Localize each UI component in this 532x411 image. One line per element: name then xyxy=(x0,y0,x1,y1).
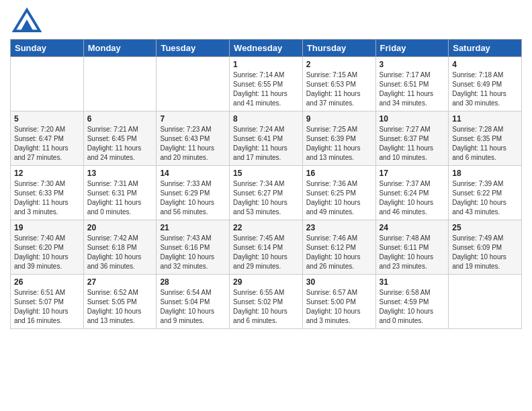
day-number: 21 xyxy=(160,223,226,232)
day-info: Sunrise: 7:43 AM Sunset: 6:16 PM Dayligh… xyxy=(160,234,226,271)
calendar-cell: 6Sunrise: 7:21 AM Sunset: 6:45 PM Daylig… xyxy=(83,111,157,166)
day-info: Sunrise: 7:45 AM Sunset: 6:14 PM Dayligh… xyxy=(233,234,299,271)
day-number: 19 xyxy=(14,223,80,232)
day-info: Sunrise: 7:42 AM Sunset: 6:18 PM Dayligh… xyxy=(87,234,153,271)
calendar-cell: 23Sunrise: 7:46 AM Sunset: 6:12 PM Dayli… xyxy=(302,220,375,275)
svg-marker-1 xyxy=(20,19,33,31)
calendar-cell: 13Sunrise: 7:31 AM Sunset: 6:31 PM Dayli… xyxy=(83,166,157,220)
day-number: 24 xyxy=(380,223,445,232)
calendar-cell xyxy=(157,57,230,111)
day-info: Sunrise: 7:46 AM Sunset: 6:12 PM Dayligh… xyxy=(306,234,372,271)
day-info: Sunrise: 7:18 AM Sunset: 6:49 PM Dayligh… xyxy=(452,71,518,108)
calendar-cell: 26Sunrise: 6:51 AM Sunset: 5:07 PM Dayli… xyxy=(11,275,84,329)
day-number: 31 xyxy=(380,277,445,287)
calendar-cell: 15Sunrise: 7:34 AM Sunset: 6:27 PM Dayli… xyxy=(230,166,303,220)
calendar: SundayMondayTuesdayWednesdayThursdayFrid… xyxy=(10,39,522,329)
calendar-cell: 29Sunrise: 6:55 AM Sunset: 5:02 PM Dayli… xyxy=(230,275,303,329)
day-info: Sunrise: 7:28 AM Sunset: 6:35 PM Dayligh… xyxy=(452,125,518,163)
week-row-4: 19Sunrise: 7:40 AM Sunset: 6:20 PM Dayli… xyxy=(11,220,522,275)
weekday-header-friday: Friday xyxy=(375,40,449,57)
logo xyxy=(10,7,46,34)
page: SundayMondayTuesdayWednesdayThursdayFrid… xyxy=(0,0,532,339)
calendar-cell: 12Sunrise: 7:30 AM Sunset: 6:33 PM Dayli… xyxy=(11,166,84,220)
day-number: 25 xyxy=(452,223,518,232)
day-number: 5 xyxy=(14,114,80,124)
day-number: 26 xyxy=(14,277,80,287)
weekday-header-tuesday: Tuesday xyxy=(157,40,230,57)
day-number: 3 xyxy=(380,60,445,69)
logo-icon xyxy=(10,7,44,34)
day-info: Sunrise: 7:36 AM Sunset: 6:25 PM Dayligh… xyxy=(306,179,372,217)
day-info: Sunrise: 7:23 AM Sunset: 6:43 PM Dayligh… xyxy=(160,125,226,163)
day-number: 4 xyxy=(452,60,518,69)
day-info: Sunrise: 7:17 AM Sunset: 6:51 PM Dayligh… xyxy=(380,71,445,108)
day-info: Sunrise: 7:49 AM Sunset: 6:09 PM Dayligh… xyxy=(452,234,518,271)
calendar-cell: 30Sunrise: 6:57 AM Sunset: 5:00 PM Dayli… xyxy=(302,275,375,329)
day-number: 27 xyxy=(87,277,153,287)
day-info: Sunrise: 7:14 AM Sunset: 6:55 PM Dayligh… xyxy=(233,71,299,108)
day-number: 7 xyxy=(160,114,226,124)
weekday-header-sunday: Sunday xyxy=(11,40,84,57)
day-number: 30 xyxy=(306,277,372,287)
day-number: 1 xyxy=(233,60,299,69)
calendar-cell: 8Sunrise: 7:24 AM Sunset: 6:41 PM Daylig… xyxy=(230,111,303,166)
calendar-cell: 18Sunrise: 7:39 AM Sunset: 6:22 PM Dayli… xyxy=(449,166,522,220)
calendar-cell: 2Sunrise: 7:15 AM Sunset: 6:53 PM Daylig… xyxy=(302,57,375,111)
day-info: Sunrise: 7:20 AM Sunset: 6:47 PM Dayligh… xyxy=(14,125,80,163)
day-number: 14 xyxy=(160,169,226,178)
calendar-cell: 24Sunrise: 7:48 AM Sunset: 6:11 PM Dayli… xyxy=(375,220,449,275)
day-number: 16 xyxy=(306,169,372,178)
day-info: Sunrise: 7:21 AM Sunset: 6:45 PM Dayligh… xyxy=(87,125,153,163)
day-info: Sunrise: 7:24 AM Sunset: 6:41 PM Dayligh… xyxy=(233,125,299,163)
calendar-cell: 31Sunrise: 6:58 AM Sunset: 4:59 PM Dayli… xyxy=(375,275,449,329)
day-number: 29 xyxy=(233,277,299,287)
week-row-1: 1Sunrise: 7:14 AM Sunset: 6:55 PM Daylig… xyxy=(11,57,522,111)
weekday-header-wednesday: Wednesday xyxy=(230,40,303,57)
calendar-cell: 28Sunrise: 6:54 AM Sunset: 5:04 PM Dayli… xyxy=(157,275,230,329)
day-info: Sunrise: 7:40 AM Sunset: 6:20 PM Dayligh… xyxy=(14,234,80,271)
day-number: 15 xyxy=(233,169,299,178)
day-info: Sunrise: 7:25 AM Sunset: 6:39 PM Dayligh… xyxy=(306,125,372,163)
day-info: Sunrise: 6:55 AM Sunset: 5:02 PM Dayligh… xyxy=(233,288,299,326)
calendar-cell: 3Sunrise: 7:17 AM Sunset: 6:51 PM Daylig… xyxy=(375,57,449,111)
calendar-cell: 22Sunrise: 7:45 AM Sunset: 6:14 PM Dayli… xyxy=(230,220,303,275)
day-info: Sunrise: 7:48 AM Sunset: 6:11 PM Dayligh… xyxy=(380,234,445,271)
day-number: 18 xyxy=(452,169,518,178)
day-info: Sunrise: 7:34 AM Sunset: 6:27 PM Dayligh… xyxy=(233,179,299,217)
calendar-cell: 11Sunrise: 7:28 AM Sunset: 6:35 PM Dayli… xyxy=(449,111,522,166)
day-number: 10 xyxy=(380,114,445,124)
day-number: 20 xyxy=(87,223,153,232)
calendar-cell: 21Sunrise: 7:43 AM Sunset: 6:16 PM Dayli… xyxy=(157,220,230,275)
calendar-cell: 1Sunrise: 7:14 AM Sunset: 6:55 PM Daylig… xyxy=(230,57,303,111)
day-info: Sunrise: 6:51 AM Sunset: 5:07 PM Dayligh… xyxy=(14,288,80,326)
day-number: 11 xyxy=(452,114,518,124)
week-row-2: 5Sunrise: 7:20 AM Sunset: 6:47 PM Daylig… xyxy=(11,111,522,166)
day-info: Sunrise: 7:27 AM Sunset: 6:37 PM Dayligh… xyxy=(380,125,445,163)
calendar-cell: 17Sunrise: 7:37 AM Sunset: 6:24 PM Dayli… xyxy=(375,166,449,220)
day-info: Sunrise: 6:54 AM Sunset: 5:04 PM Dayligh… xyxy=(160,288,226,326)
calendar-cell: 7Sunrise: 7:23 AM Sunset: 6:43 PM Daylig… xyxy=(157,111,230,166)
day-info: Sunrise: 7:39 AM Sunset: 6:22 PM Dayligh… xyxy=(452,179,518,217)
calendar-cell: 27Sunrise: 6:52 AM Sunset: 5:05 PM Dayli… xyxy=(83,275,157,329)
calendar-cell: 19Sunrise: 7:40 AM Sunset: 6:20 PM Dayli… xyxy=(11,220,84,275)
calendar-cell: 5Sunrise: 7:20 AM Sunset: 6:47 PM Daylig… xyxy=(11,111,84,166)
day-number: 23 xyxy=(306,223,372,232)
day-number: 17 xyxy=(380,169,445,178)
calendar-cell: 10Sunrise: 7:27 AM Sunset: 6:37 PM Dayli… xyxy=(375,111,449,166)
day-info: Sunrise: 6:57 AM Sunset: 5:00 PM Dayligh… xyxy=(306,288,372,326)
calendar-cell: 20Sunrise: 7:42 AM Sunset: 6:18 PM Dayli… xyxy=(83,220,157,275)
day-info: Sunrise: 6:52 AM Sunset: 5:05 PM Dayligh… xyxy=(87,288,153,326)
day-number: 2 xyxy=(306,60,372,69)
calendar-cell: 25Sunrise: 7:49 AM Sunset: 6:09 PM Dayli… xyxy=(449,220,522,275)
weekday-header-row: SundayMondayTuesdayWednesdayThursdayFrid… xyxy=(11,40,522,57)
day-number: 13 xyxy=(87,169,153,178)
day-number: 9 xyxy=(306,114,372,124)
day-info: Sunrise: 7:15 AM Sunset: 6:53 PM Dayligh… xyxy=(306,71,372,108)
day-info: Sunrise: 6:58 AM Sunset: 4:59 PM Dayligh… xyxy=(380,288,445,326)
weekday-header-monday: Monday xyxy=(83,40,157,57)
calendar-cell xyxy=(11,57,84,111)
day-info: Sunrise: 7:37 AM Sunset: 6:24 PM Dayligh… xyxy=(380,179,445,217)
day-number: 28 xyxy=(160,277,226,287)
calendar-cell xyxy=(83,57,157,111)
day-info: Sunrise: 7:30 AM Sunset: 6:33 PM Dayligh… xyxy=(14,179,80,217)
